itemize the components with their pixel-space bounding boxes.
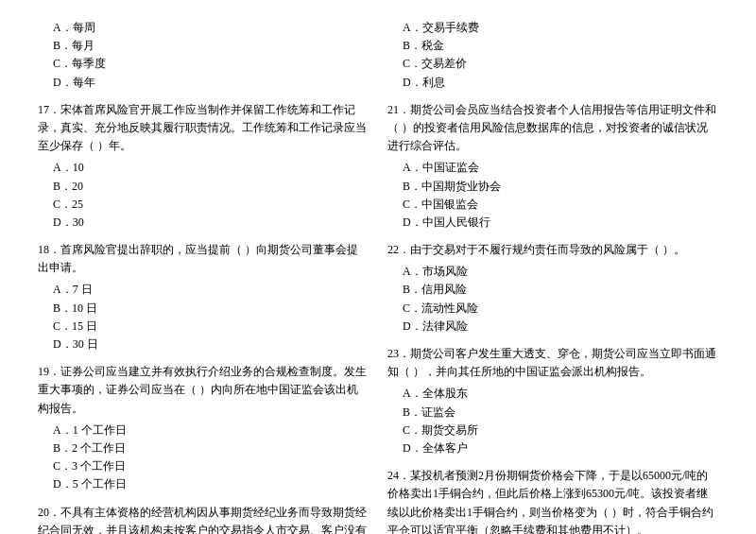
r-option-a: A．交易手续费 <box>403 19 718 37</box>
question-18: 18．首席风险官提出辞职的，应当提前（ ）向期货公司董事会提出申请。 A．7 日… <box>38 241 369 353</box>
q17-option-c: C．25 <box>53 196 369 214</box>
q23-option-a: A．全体股东 <box>403 385 718 403</box>
q18-option-a: A．7 日 <box>53 281 369 299</box>
q21-option-d: D．中国人民银行 <box>403 214 718 232</box>
q19-option-c: C．3 个工作日 <box>53 457 369 475</box>
q17-option-b: B．20 <box>53 178 369 196</box>
left-column: A．每周 B．每月 C．每季度 D．每年 17．宋体首席风险官开展工作应当制作并… <box>38 19 369 534</box>
question-21-text: 21．期货公司会员应当结合投资者个人信用报告等信用证明文件和（ ）的投资者信用风… <box>387 101 718 156</box>
question-blank-options: A．每周 B．每月 C．每季度 D．每年 <box>38 19 369 92</box>
option-b: B．每月 <box>53 37 369 55</box>
q19-option-b: B．2 个工作日 <box>53 439 369 457</box>
question-21: 21．期货公司会员应当结合投资者个人信用报告等信用证明文件和（ ）的投资者信用风… <box>387 101 718 232</box>
option-d: D．每年 <box>53 74 369 92</box>
r-option-d: D．利息 <box>403 74 718 92</box>
question-blank-right-options: A．交易手续费 B．税金 C．交易差价 D．利息 <box>387 19 718 92</box>
q22-option-d: D．法律风险 <box>403 318 718 336</box>
question-22-text: 22．由于交易对于不履行规约责任而导致的风险属于（ ）。 <box>387 241 718 259</box>
r-option-c: C．交易差价 <box>403 55 718 73</box>
q18-option-d: D．30 日 <box>53 336 369 353</box>
q23-option-d: D．全体客户 <box>403 439 718 457</box>
r-option-b: B．税金 <box>403 37 718 55</box>
q23-option-c: C．期货交易所 <box>403 422 718 439</box>
question-19: 19．证券公司应当建立并有效执行介绍业务的合规检查制度。发生重大事项的，证券公司… <box>38 363 369 493</box>
q17-option-a: A．10 <box>53 159 369 177</box>
q18-option-c: C．15 日 <box>53 318 369 336</box>
q19-option-d: D．5 个工作日 <box>53 475 369 493</box>
q22-option-a: A．市场风险 <box>403 263 718 281</box>
q18-option-b: B．10 日 <box>53 300 369 318</box>
question-23: 23．期货公司客户发生重大透支、穿仓，期货公司应当立即书面通知（ ），并向其任所… <box>387 345 718 457</box>
page-content: A．每周 B．每月 C．每季度 D．每年 17．宋体首席风险官开展工作应当制作并… <box>38 19 718 534</box>
question-18-text: 18．首席风险官提出辞职的，应当提前（ ）向期货公司董事会提出申请。 <box>38 241 369 277</box>
q21-option-b: B．中国期货业协会 <box>403 178 718 196</box>
q22-option-b: B．信用风险 <box>403 281 718 299</box>
question-23-text: 23．期货公司客户发生重大透支、穿仓，期货公司应当立即书面通知（ ），并向其任所… <box>387 345 718 381</box>
q19-option-a: A．1 个工作日 <box>53 422 369 439</box>
option-a: A．每周 <box>53 19 369 37</box>
q21-option-c: C．中国银监会 <box>403 196 718 214</box>
option-c: C．每季度 <box>53 55 369 73</box>
question-17-text: 17．宋体首席风险官开展工作应当制作并保留工作统筹和工作记录，真实、充分地反映其… <box>38 101 369 156</box>
q23-option-b: B．证监会 <box>403 404 718 422</box>
question-24-text: 24．某投机者预测2月份期铜货价格会下降，于是以65000元/吨的价格卖出1手铜… <box>387 467 718 534</box>
question-24: 24．某投机者预测2月份期铜货价格会下降，于是以65000元/吨的价格卖出1手铜… <box>387 467 718 534</box>
question-17: 17．宋体首席风险官开展工作应当制作并保留工作统筹和工作记录，真实、充分地反映其… <box>38 101 369 232</box>
q21-option-a: A．中国证监会 <box>403 159 718 177</box>
q17-option-d: D．30 <box>53 214 369 232</box>
question-19-text: 19．证券公司应当建立并有效执行介绍业务的合规检查制度。发生重大事项的，证券公司… <box>38 363 369 418</box>
question-20-text: 20．不具有主体资格的经营机构因从事期货经纪业务而导致期货经纪合同无效，并且该机… <box>38 504 369 535</box>
q22-option-c: C．流动性风险 <box>403 300 718 318</box>
question-22: 22．由于交易对于不履行规约责任而导致的风险属于（ ）。 A．市场风险 B．信用… <box>387 241 718 336</box>
question-20: 20．不具有主体资格的经营机构因从事期货经纪业务而导致期货经纪合同无效，并且该机… <box>38 504 369 535</box>
right-column: A．交易手续费 B．税金 C．交易差价 D．利息 21．期货公司会员应当结合投资… <box>387 19 718 534</box>
